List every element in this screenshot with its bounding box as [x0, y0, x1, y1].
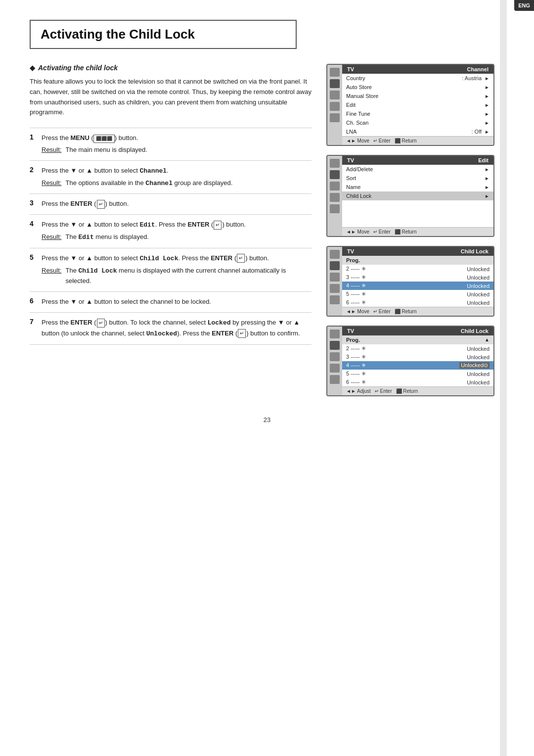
tv-footer-1: ◄► Move ↵ Enter ⬛ Return [342, 136, 493, 145]
cl-row: 6 ----- ✳ Unlocked [342, 298, 493, 307]
cl-row: 5 ----- ✳ Unlocked [342, 370, 493, 378]
footer-return: ⬛ Return [395, 309, 417, 314]
sidebar-icon-7 [330, 170, 340, 179]
cl-row-selected: 4 ----- ✳ Unlocked⊙ [342, 361, 493, 370]
footer-enter: ↵ Enter [373, 138, 391, 143]
table-row: 6 Press the ▼ or ▲ button to select the … [30, 292, 312, 313]
cl-row-selected: 4 ----- ✳ Unlocked [342, 282, 493, 290]
step-number: 5 [30, 248, 42, 291]
menu-title-3: Child Lock [461, 248, 489, 254]
footer-enter: ↵ Enter [373, 229, 391, 235]
section-heading-text: Activating the child lock [38, 64, 118, 72]
tv-wrapper-3: TV Child Lock Prog. 2 ----- ✳ Unlocked 3… [327, 247, 493, 316]
right-decorative-bar [500, 0, 507, 756]
sidebar-icon-4 [330, 102, 340, 111]
sidebar-icon-11 [330, 250, 340, 259]
cl-row: 2 ----- ✳ Unlocked [342, 265, 493, 273]
tv-row: Sort ► [342, 174, 493, 183]
step-content: Press the MENU (⬛⬛⬛) button. Result: The… [42, 128, 312, 161]
sidebar-icon-13 [330, 273, 340, 282]
tv-row: Country : Austria ► [342, 74, 493, 83]
tv-sidebar-3 [327, 247, 342, 316]
tv-row: Add/Delete ► [342, 165, 493, 174]
sidebar-icon-2 [330, 79, 340, 88]
footer-move: ◄► Move [346, 138, 369, 143]
table-row: 4 Press the ▼ or ▲ button to select Edit… [30, 215, 312, 248]
sidebar-icon-15 [330, 295, 340, 304]
footer-return: ⬛ Return [395, 229, 417, 235]
sidebar-icon-6 [330, 159, 340, 168]
step-number: 3 [30, 194, 42, 215]
step-content: Press the ▼ or ▲ button to select Edit. … [42, 215, 312, 248]
result-label: Result: [42, 178, 61, 189]
tv-row: Ch. Scan ► [342, 118, 493, 127]
footer-enter: ↵ Enter [373, 309, 391, 314]
section-heading: Activating the child lock [30, 64, 312, 72]
spacer [342, 209, 493, 218]
step-number: 6 [30, 292, 42, 313]
sidebar-icon-19 [330, 364, 340, 373]
tv-sidebar-4 [327, 327, 342, 395]
cl-row: 6 ----- ✳ Unlocked [342, 378, 493, 386]
result-text: The options available in the Channel gro… [65, 178, 232, 189]
sidebar-icon-18 [330, 352, 340, 361]
tv-footer-2: ◄► Move ↵ Enter ⬛ Return [342, 227, 493, 236]
tv-row: Edit ► [342, 100, 493, 109]
tv-header-2: TV Edit [342, 156, 493, 165]
result-label: Result: [42, 232, 61, 243]
tv-label-1: TV [347, 66, 354, 72]
sidebar-icon-16 [330, 330, 340, 338]
page-title: Activating the Child Lock [41, 27, 286, 42]
tv-body-1: Country : Austria ► Auto Store ► Manual … [342, 74, 493, 136]
result-label: Result: [42, 266, 61, 287]
tv-wrapper-2: TV Edit Add/Delete ► Sort ► [327, 156, 493, 236]
footer-return: ⬛ Return [396, 388, 418, 394]
tv-label-3: TV [347, 248, 354, 254]
tv-header-3: TV Child Lock [342, 247, 493, 256]
tv-row-highlighted: Child Lock ► [342, 191, 493, 200]
steps-table: 1 Press the MENU (⬛⬛⬛) button. Result: T… [30, 128, 312, 344]
tv-screen-1: TV Channel Country : Austria ► Auto Stor… [326, 64, 494, 146]
tv-row: Fine Tune ► [342, 109, 493, 118]
tv-wrapper-1: TV Channel Country : Austria ► Auto Stor… [327, 65, 493, 145]
cl-row: 3 ----- ✳ Unlocked [342, 353, 493, 361]
tv-sidebar-1 [327, 65, 342, 145]
tv-screen-2: TV Edit Add/Delete ► Sort ► [326, 155, 494, 237]
step-number: 4 [30, 215, 42, 248]
tv-body-4: ▲ Prog. 2 ----- ✳ Unlocked 3 ----- ✳ Unl… [342, 335, 493, 386]
menu-title-4: Child Lock [461, 328, 489, 334]
tv-row: Name ► [342, 183, 493, 191]
title-box: Activating the Child Lock [30, 20, 297, 49]
tv-screen-4: TV Child Lock ▲ Prog. 2 ----- ✳ Unlocked [326, 326, 494, 396]
result-label: Result: [42, 145, 61, 155]
tv-label-4: TV [347, 328, 354, 334]
sidebar-icon-3 [330, 91, 340, 99]
sidebar-icon-12 [330, 261, 340, 270]
table-row: 7 Press the ENTER (↵) button. To lock th… [30, 312, 312, 344]
cl-row: 3 ----- ✳ Unlocked [342, 273, 493, 282]
cl-header-3: Prog. [342, 256, 493, 265]
footer-move: ◄► Move [346, 229, 369, 235]
menu-title-2: Edit [478, 157, 489, 163]
page-container: ENG Activating the Child Lock Activating… [0, 0, 534, 756]
footer-enter: ↵ Enter [375, 388, 392, 394]
tv-wrapper-4: TV Child Lock ▲ Prog. 2 ----- ✳ Unlocked [327, 327, 493, 395]
tv-header-1: TV Channel [342, 65, 493, 74]
sidebar-icon-14 [330, 284, 340, 293]
result-text: The main menu is displayed. [65, 145, 147, 155]
content-area: Activating the child lock This feature a… [30, 64, 504, 396]
menu-title-1: Channel [467, 66, 489, 72]
footer-move: ◄► Move [346, 309, 369, 314]
tv-row: LNA : Off ► [342, 127, 493, 136]
sidebar-icon-20 [330, 375, 340, 384]
tv-row: Manual Store ► [342, 92, 493, 100]
sidebar-icon-9 [330, 193, 340, 202]
sidebar-icon-17 [330, 341, 340, 350]
table-row: 3 Press the ENTER (↵) button. [30, 194, 312, 215]
table-row: 2 Press the ▼ or ▲ button to select Chan… [30, 160, 312, 194]
tv-header-4: TV Child Lock [342, 327, 493, 335]
step-content: Press the ▼ or ▲ button to select Child … [42, 248, 312, 291]
step-number: 1 [30, 128, 42, 161]
tv-body-3: Prog. 2 ----- ✳ Unlocked 3 ----- ✳ Unloc… [342, 256, 493, 307]
step-content: Press the ENTER (↵) button. [42, 194, 312, 215]
